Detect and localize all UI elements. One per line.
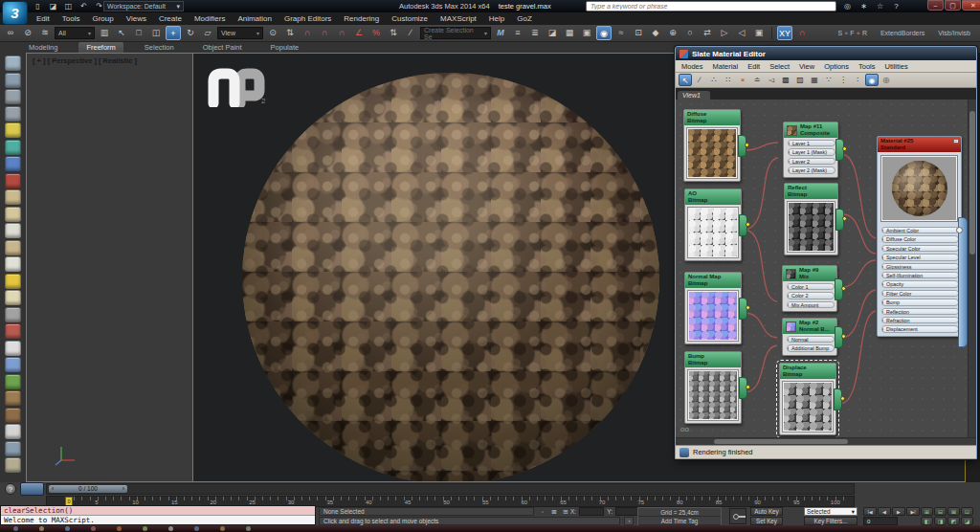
menu-item[interactable]: Rendering xyxy=(344,14,379,23)
toolbar-icon[interactable]: ▷ xyxy=(717,26,732,40)
script-tool-icon[interactable] xyxy=(5,223,21,238)
node-input-slot[interactable]: Layer 2 xyxy=(788,158,835,165)
workspace-dropdown[interactable]: Workspace: Default ▾ xyxy=(103,1,184,11)
infocenter-icon[interactable]: ◎ xyxy=(841,1,854,11)
menu-item[interactable]: Help xyxy=(489,14,504,23)
input-socket[interactable] xyxy=(787,294,789,299)
output-socket[interactable] xyxy=(745,143,749,147)
named-selection-sets-dropdown[interactable]: Create Selection Se▾ xyxy=(420,27,491,39)
x-coordinate-field[interactable] xyxy=(579,507,604,516)
output-socket[interactable] xyxy=(841,286,846,291)
node-diffuse-bitmap[interactable]: Diffuse Bitmap xyxy=(683,109,741,182)
toolbar-icon[interactable]: ⊙ xyxy=(265,26,280,40)
script-tool-icon[interactable] xyxy=(5,457,21,473)
node-normal-map-bitmap[interactable]: Normal Map Bitmap xyxy=(684,272,742,344)
node-input-slot[interactable]: Normal xyxy=(787,336,835,343)
playback-button[interactable]: ▶I xyxy=(906,507,920,516)
slate-toolbar-icon[interactable]: ▩ xyxy=(779,74,792,86)
key-filters-button[interactable]: Key Filters... xyxy=(804,517,858,525)
toolbar-icon[interactable]: ∩ xyxy=(317,26,332,40)
input-socket[interactable] xyxy=(788,142,790,146)
node-input-slot[interactable]: Additional Bump xyxy=(787,344,835,351)
time-slider-track[interactable]: ‹ 0 / 100 › xyxy=(46,483,855,495)
toolbar-icon[interactable]: ⊕ xyxy=(665,26,680,40)
input-socket[interactable] xyxy=(881,319,883,323)
slate-menu-item[interactable]: Modes xyxy=(681,62,703,71)
output-socket[interactable] xyxy=(842,216,847,221)
input-socket[interactable] xyxy=(881,300,883,305)
toolbar-icon[interactable]: ∞ xyxy=(3,26,18,40)
toolbar-icon[interactable]: ↖ xyxy=(114,26,129,40)
node-side-tab[interactable] xyxy=(958,217,968,347)
collapse-node-button[interactable]: − xyxy=(953,139,959,144)
node-input-slot[interactable]: Color 1 xyxy=(787,283,835,290)
set-keys-button[interactable] xyxy=(729,508,746,524)
infocenter-icon[interactable]: ∗ xyxy=(858,1,870,11)
view-tab[interactable]: View1 xyxy=(678,91,710,100)
infocenter-icon[interactable]: ☆ xyxy=(874,1,886,11)
toolbar-icon[interactable]: XY xyxy=(777,26,792,40)
slate-title-bar[interactable]: Slate Material Editor xyxy=(676,47,976,60)
material-input-slot[interactable]: Bump xyxy=(881,299,959,305)
slate-menu-item[interactable]: View xyxy=(799,62,814,71)
input-socket[interactable] xyxy=(881,247,883,252)
material-input-slot[interactable]: Filter Color xyxy=(881,290,959,297)
ribbon-tab[interactable]: Object Paint xyxy=(195,42,250,53)
script-tool-icon[interactable] xyxy=(5,323,21,339)
slate-menu-item[interactable]: Tools xyxy=(858,62,876,71)
quick-access-icon[interactable]: ◪ xyxy=(47,1,59,11)
toolbar-icon[interactable]: ∩ xyxy=(794,26,810,40)
node-standard-material[interactable]: Material #25 Standard − Ambient ColorDif… xyxy=(877,136,962,337)
toolbar-icon[interactable]: ∩ xyxy=(334,26,349,40)
node-input-slot[interactable]: Layer 2 (Mask) xyxy=(788,166,835,173)
script-tool-icon[interactable] xyxy=(5,207,21,222)
node-input-slot[interactable]: Color 2 xyxy=(787,292,835,299)
material-input-slot[interactable]: Diffuse Color xyxy=(881,235,959,242)
app-logo-icon[interactable]: 3 xyxy=(2,1,28,25)
input-socket[interactable] xyxy=(881,327,883,332)
input-socket[interactable] xyxy=(881,255,883,260)
ribbon-tab[interactable]: Freeform xyxy=(78,42,122,53)
toolbar-icon[interactable]: ◆ xyxy=(648,26,663,40)
toolbar-icon[interactable]: % xyxy=(368,26,384,40)
script-tool-icon[interactable] xyxy=(5,106,21,122)
taskbar-app-icon[interactable] xyxy=(13,526,18,531)
mini-curve-editor-button[interactable] xyxy=(20,482,44,496)
script-tool-icon[interactable] xyxy=(5,441,21,456)
script-tool-icon[interactable] xyxy=(5,390,21,406)
gravel-sphere-object[interactable] xyxy=(242,73,659,482)
toolbar-icon[interactable]: ≈ xyxy=(613,26,629,40)
slate-menu-item[interactable]: Options xyxy=(824,62,849,71)
node-normal-bump-map[interactable]: Map #2 Normal B... NormalAdditional Bump xyxy=(782,318,837,356)
script-tool-icon[interactable] xyxy=(5,73,21,88)
input-socket[interactable] xyxy=(881,265,883,270)
toolbar-icon[interactable]: □ xyxy=(131,26,146,40)
script-tool-icon[interactable] xyxy=(5,424,21,439)
ribbon-tab[interactable]: Selection xyxy=(137,42,182,53)
input-socket[interactable] xyxy=(881,274,883,278)
script-tool-icon[interactable] xyxy=(5,189,21,205)
toolbar-icon[interactable]: ▱ xyxy=(200,26,215,40)
input-socket[interactable] xyxy=(881,229,883,233)
output-socket[interactable] xyxy=(841,334,846,339)
slate-toolbar-icon[interactable]: ∶ xyxy=(851,74,864,86)
toolbar-icon[interactable]: M xyxy=(493,26,508,40)
menu-item[interactable]: Tools xyxy=(62,14,80,23)
toolbar-icon[interactable]: ∩ xyxy=(300,26,315,40)
input-socket[interactable] xyxy=(787,338,789,343)
script-tool-icon[interactable] xyxy=(5,173,21,188)
output-socket[interactable] xyxy=(746,222,750,227)
viewport-nav-button[interactable]: ◧ xyxy=(921,517,933,525)
toolbar-icon[interactable]: ≣ xyxy=(527,26,543,40)
material-input-slot[interactable]: Reflection xyxy=(881,308,959,315)
listener-message[interactable]: Welcome to MAXScript. xyxy=(1,516,315,524)
taskbar-app-icon[interactable] xyxy=(194,526,199,531)
material-input-slot[interactable]: Opacity xyxy=(881,280,959,287)
script-tool-icon[interactable] xyxy=(5,89,21,104)
quick-access-icon[interactable]: ↶ xyxy=(78,1,90,11)
script-tool-icon[interactable] xyxy=(5,374,21,389)
selection-lock-icon[interactable]: ⊞ xyxy=(561,507,570,516)
input-socket[interactable] xyxy=(788,150,790,155)
toolbar-icon[interactable]: ≋ xyxy=(37,26,53,40)
script-tool-icon[interactable] xyxy=(5,256,21,272)
